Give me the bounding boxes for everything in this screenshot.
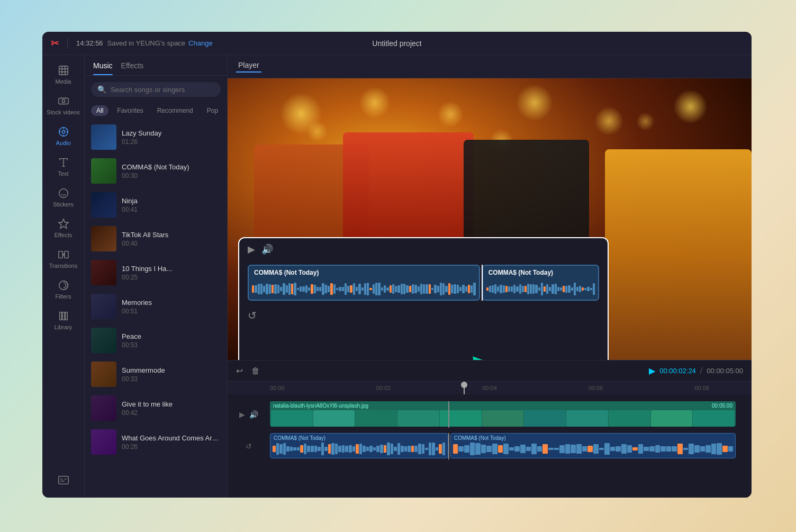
video-thumbs	[270, 410, 736, 427]
audio-clip-right-label: COMMA$ (Not Today)	[451, 434, 735, 443]
song-item-8[interactable]: Summermode 00:33	[85, 357, 227, 391]
undo-btn[interactable]: ↩	[236, 366, 243, 376]
play-btn[interactable]: ▶	[649, 366, 655, 376]
change-button[interactable]: Change	[188, 39, 213, 47]
delete-btn[interactable]: 🗑	[251, 366, 260, 376]
song-thumb	[91, 260, 116, 285]
song-duration: 00:42	[122, 409, 221, 417]
sidebar-item-audio[interactable]: Audio	[42, 121, 84, 151]
popup-track1-label: COMMA$ (Not Today)	[254, 269, 319, 276]
song-thumb	[91, 158, 116, 184]
song-info: 10 Things I Ha... 00:25	[122, 265, 221, 281]
sidebar-item-effects[interactable]: Effects	[42, 213, 84, 244]
popup-track2-label: COMMA$ (Not Today)	[489, 269, 553, 276]
sidebar-item-stock[interactable]: Stock videos	[42, 90, 84, 121]
sidebar-item-filters[interactable]: Filters	[42, 274, 84, 305]
song-info: Summermode 00:33	[122, 366, 221, 383]
sidebar-item-stickers[interactable]: Stickers	[42, 182, 84, 213]
song-item-7[interactable]: Peace 00:53	[85, 323, 227, 357]
music-panel: Music Effects 🔍 All Favorites Recommend …	[85, 55, 228, 498]
video-clip-label: natalia-blauth-lysnA8OxYl8-unsplash.jpg	[273, 403, 368, 409]
video-track-content: natalia-blauth-lysnA8OxYl8-unsplash.jpg …	[270, 401, 752, 428]
song-name: COMMA$ (Not Today)	[122, 163, 221, 171]
timeline-ruler: 00:00 00:02 00:04 00:06 00:08	[228, 382, 752, 394]
video-track-volume[interactable]: 🔊	[249, 410, 258, 419]
filter-all[interactable]: All	[91, 105, 108, 116]
search-input[interactable]	[111, 86, 214, 94]
video-track-expand[interactable]: ▶	[239, 410, 245, 419]
audio-track-row: ↺ COMMA$ (Not Today) COMMA$ (Not Today)	[228, 430, 752, 462]
song-item-1[interactable]: Lazy Sunday 01:26	[85, 120, 227, 154]
song-info: What Goes Around Comes Around 00:26	[122, 434, 221, 450]
song-item-4[interactable]: TikTok All Stars 00:40	[85, 222, 227, 256]
song-thumb	[91, 395, 116, 421]
popup-overlay: ▶ 🔊 COMMA$ (Not Today) // Will be rende	[238, 237, 609, 360]
filter-tabs: All Favorites Recommend Pop ▼	[85, 103, 227, 120]
song-info: TikTok All Stars 00:40	[122, 231, 221, 247]
video-clip[interactable]: natalia-blauth-lysnA8OxYl8-unsplash.jpg …	[270, 401, 736, 427]
audio-track-loop[interactable]: ↺	[246, 442, 252, 450]
svg-rect-10	[58, 476, 68, 484]
tab-music[interactable]: Music	[93, 61, 113, 75]
song-thumb	[91, 328, 116, 353]
song-name: Summermode	[122, 366, 221, 374]
video-preview: ▶ 🔊 COMMA$ (Not Today) // Will be rende	[228, 78, 752, 360]
video-clip-duration: 00:05:00	[712, 403, 732, 409]
song-item-3[interactable]: Ninja 00:41	[85, 188, 227, 222]
sidebar-item-captions[interactable]	[42, 469, 84, 491]
timestamp: 14:32:56	[76, 39, 103, 47]
sidebar-item-library[interactable]: Library	[42, 305, 84, 336]
song-duration: 00:51	[122, 308, 221, 315]
search-box: 🔍	[91, 82, 221, 97]
timeline-tracks: ▶ 🔊 natalia-blauth-lysnA8OxYl8-unsplash.…	[228, 394, 752, 466]
song-duration: 00:40	[122, 240, 221, 247]
app-container: ✂ 14:32:56 Saved in YEUNG's space Change…	[42, 32, 752, 498]
divider	[67, 38, 68, 49]
song-duration: 00:25	[122, 274, 221, 281]
main-content: Media Stock videos Audio	[42, 55, 752, 498]
video-track-row: ▶ 🔊 natalia-blauth-lysnA8OxYl8-unsplash.…	[228, 399, 752, 430]
top-bar: ✂ 14:32:56 Saved in YEUNG's space Change…	[42, 32, 752, 55]
icon-sidebar: Media Stock videos Audio	[42, 55, 85, 498]
filter-favorites[interactable]: Favorites	[112, 105, 148, 116]
sidebar-item-transitions[interactable]: Transitions	[42, 244, 84, 274]
svg-point-2	[62, 100, 65, 103]
ruler-marks: 00:00 00:02 00:04 00:06 00:08	[270, 385, 709, 391]
tab-player[interactable]: Player	[236, 61, 261, 73]
tab-effects[interactable]: Effects	[121, 61, 144, 75]
song-name: TikTok All Stars	[122, 231, 221, 239]
search-icon: 🔍	[97, 85, 106, 94]
player-area: Player	[228, 55, 752, 498]
project-title: Untitled project	[372, 39, 421, 48]
audio-track-content: COMMA$ (Not Today) COMMA$ (Not Today)	[270, 433, 752, 459]
song-thumb	[91, 124, 116, 150]
audio-clip-right[interactable]: COMMA$ (Not Today)	[450, 433, 736, 458]
song-item-2[interactable]: COMMA$ (Not Today) 00:30	[85, 154, 227, 188]
filter-pop[interactable]: Pop	[202, 105, 223, 116]
song-duration: 00:26	[122, 443, 221, 450]
song-item-5[interactable]: 10 Things I Ha... 00:25	[85, 256, 227, 290]
popup-toolbar: ▶ 🔊	[239, 238, 608, 260]
popup-play-btn[interactable]: ▶	[248, 244, 255, 255]
song-name: Lazy Sunday	[122, 129, 221, 137]
audio-track-controls: ↺	[228, 442, 270, 450]
replay-btn[interactable]: ↺	[248, 309, 257, 322]
sidebar-item-text[interactable]: Text	[42, 151, 84, 182]
song-item-10[interactable]: What Goes Around Comes Around 00:26	[85, 425, 227, 459]
audio-clip-left[interactable]: COMMA$ (Not Today)	[270, 433, 448, 458]
song-item-6[interactable]: Memories 00:51	[85, 290, 227, 323]
popup-volume-btn[interactable]: 🔊	[261, 244, 273, 255]
song-duration: 01:26	[122, 138, 221, 146]
player-tab-bar: Player	[228, 55, 752, 78]
popup-track-area: COMMA$ (Not Today) // Will be rendered b…	[239, 260, 608, 305]
svg-rect-1	[58, 98, 68, 104]
song-item-9[interactable]: Give it to me like 00:42	[85, 391, 227, 425]
song-thumb	[91, 294, 116, 319]
audio-clip-left-label: COMMA$ (Not Today)	[270, 434, 448, 443]
timeline-section: ↩ 🗑 ▶ 00:00:02:24 / 00:00:05:00 00:00 00…	[228, 360, 752, 498]
timeline-toolbar: ↩ 🗑 ▶ 00:00:02:24 / 00:00:05:00	[228, 360, 752, 382]
filter-recommend[interactable]: Recommend	[152, 105, 198, 116]
song-thumb	[91, 362, 116, 387]
song-duration: 00:33	[122, 375, 221, 383]
sidebar-item-media[interactable]: Media	[42, 59, 84, 90]
